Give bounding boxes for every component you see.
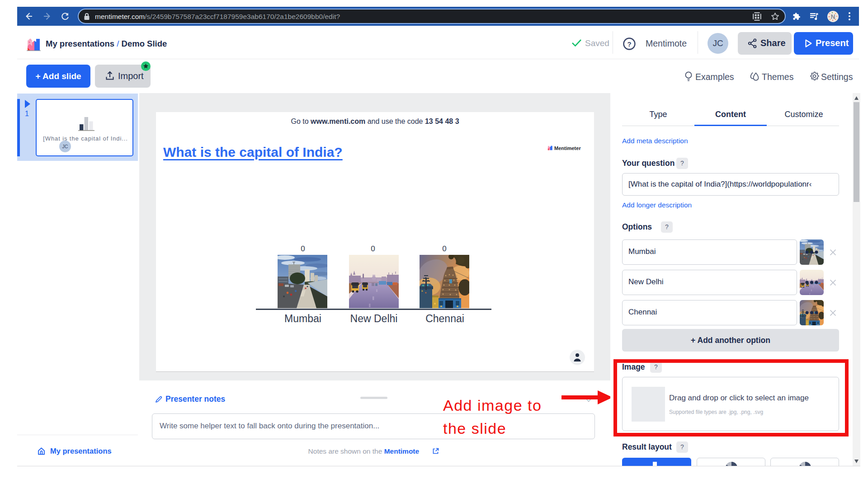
svg-text:N: N xyxy=(830,13,835,20)
svg-text:?: ? xyxy=(627,40,631,48)
